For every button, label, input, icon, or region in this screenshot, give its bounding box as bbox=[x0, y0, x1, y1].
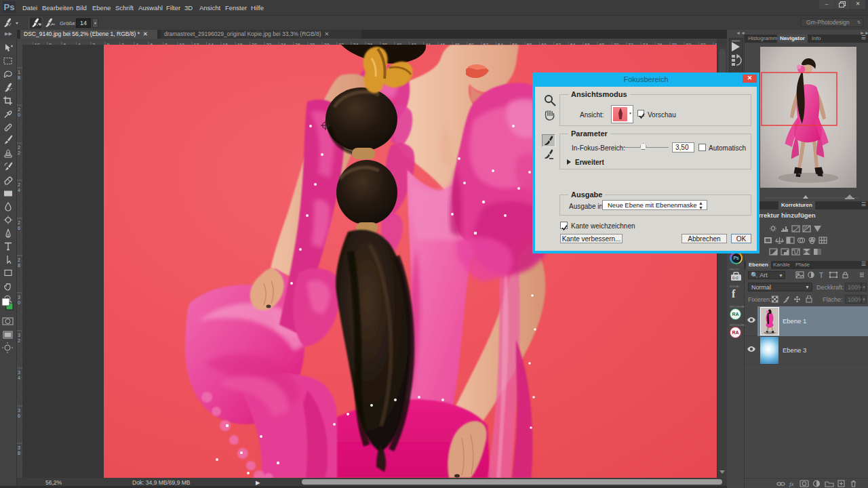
svg-text:3: 3 bbox=[18, 333, 20, 338]
svg-text:6: 6 bbox=[18, 226, 20, 230]
svg-text:0-0: 0-0 bbox=[732, 276, 738, 280]
svg-text:3: 3 bbox=[18, 408, 20, 413]
svg-text:1: 1 bbox=[18, 70, 20, 75]
svg-text:4: 4 bbox=[18, 375, 20, 380]
svg-text:2: 2 bbox=[18, 338, 20, 343]
svg-text:2: 2 bbox=[18, 107, 20, 112]
svg-text:8: 8 bbox=[18, 263, 20, 268]
svg-text:2: 2 bbox=[18, 258, 20, 262]
svg-text:0: 0 bbox=[18, 300, 20, 305]
svg-text:6: 6 bbox=[18, 413, 20, 418]
svg-text:2: 2 bbox=[18, 182, 20, 187]
svg-text:2: 2 bbox=[18, 145, 20, 150]
svg-text:3: 3 bbox=[18, 445, 20, 450]
svg-text:8: 8 bbox=[18, 75, 20, 80]
svg-text:3: 3 bbox=[18, 370, 20, 375]
svg-text:3: 3 bbox=[18, 295, 20, 300]
svg-text:4: 4 bbox=[18, 188, 20, 192]
svg-text:fx: fx bbox=[789, 481, 794, 487]
svg-text:0: 0 bbox=[18, 113, 20, 117]
svg-text:2: 2 bbox=[18, 220, 20, 225]
svg-text:8: 8 bbox=[18, 451, 20, 455]
svg-text:T: T bbox=[819, 272, 823, 279]
svg-text:2: 2 bbox=[18, 150, 20, 155]
